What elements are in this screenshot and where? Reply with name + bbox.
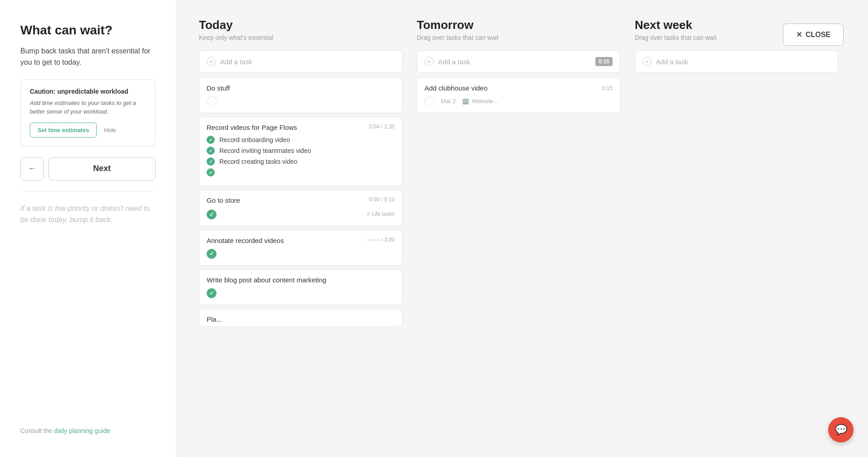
subtask-item: Record inviting teammates video bbox=[207, 147, 395, 155]
task-checkbox[interactable] bbox=[207, 96, 217, 106]
task-time: 0:04 / 1:30 bbox=[369, 124, 395, 130]
task-name: Annotate recorded videos bbox=[207, 237, 284, 244]
left-panel: What can wait? Bump back tasks that aren… bbox=[0, 0, 176, 457]
plus-icon: + bbox=[207, 57, 216, 66]
chat-button[interactable]: 💬 bbox=[828, 417, 854, 443]
column-today: Today Keep only what's essential + Add a… bbox=[199, 18, 410, 448]
task-card: Record videos for Page Flows 0:04 / 1:30… bbox=[199, 117, 402, 186]
columns-area: Today Keep only what's essential + Add a… bbox=[176, 0, 868, 457]
main-title: What can wait? bbox=[20, 23, 156, 38]
task-header: Annotate recorded videos —:— / 3:00 bbox=[207, 237, 395, 244]
plus-icon: + bbox=[425, 57, 434, 66]
task-header: Do stuff bbox=[207, 84, 395, 92]
task-card: Pla... bbox=[199, 309, 402, 327]
task-project: 🏢 Website... bbox=[462, 98, 498, 105]
plus-icon: + bbox=[642, 57, 651, 66]
subtask-name: Record onboarding video bbox=[219, 136, 290, 143]
add-task-label: Add a task bbox=[438, 58, 470, 66]
hint-text: If a task is low-priority or doesn't nee… bbox=[20, 203, 156, 226]
tomorrow-task-header: Add clubhouse video 0:15 bbox=[425, 84, 613, 92]
add-task-label: Add a task bbox=[220, 58, 252, 66]
subtask-name: Record inviting teammates video bbox=[219, 147, 311, 154]
today-add-task[interactable]: + Add a task bbox=[199, 50, 402, 73]
time-badge: 0:15 bbox=[595, 57, 613, 66]
tomorrow-title: Tomorrow bbox=[417, 18, 620, 32]
task-name: Go to store bbox=[207, 196, 240, 204]
task-card: Do stuff bbox=[199, 77, 402, 113]
task-name: Do stuff bbox=[207, 84, 230, 92]
task-checkbox[interactable] bbox=[207, 249, 217, 259]
next-week-tasks-list bbox=[635, 77, 838, 448]
task-name: Write blog post about content marketing bbox=[207, 276, 326, 284]
tomorrow-task-card: Add clubhouse video 0:15 Mar 2 🏢 Website… bbox=[417, 77, 620, 113]
right-panel: ✕ CLOSE Today Keep only what's essential… bbox=[176, 0, 868, 457]
task-name: Pla... bbox=[207, 315, 222, 323]
tomorrow-add-task[interactable]: + Add a task 0:15 bbox=[417, 50, 620, 73]
add-task-label: Add a task bbox=[656, 58, 688, 66]
task-tag: # Life tasks bbox=[367, 211, 395, 217]
close-x-icon: ✕ bbox=[796, 30, 802, 39]
close-button[interactable]: ✕ CLOSE bbox=[783, 24, 844, 46]
caution-actions: Set time estimates Hide bbox=[30, 123, 146, 138]
subtask-check bbox=[207, 168, 215, 176]
tomorrow-tasks-list: Add clubhouse video 0:15 Mar 2 🏢 Website… bbox=[417, 77, 620, 448]
task-time: —:— / 3:00 bbox=[367, 237, 395, 243]
task-header: Pla... bbox=[207, 315, 395, 323]
task-name: Add clubhouse video bbox=[425, 84, 487, 92]
task-header: Record videos for Page Flows 0:04 / 1:30 bbox=[207, 124, 395, 131]
task-card: Write blog post about content marketing bbox=[199, 269, 402, 305]
next-week-add-task[interactable]: + Add a task bbox=[635, 50, 838, 73]
task-checkbox[interactable] bbox=[425, 96, 434, 106]
consult-text: Consult the daily planning guide bbox=[20, 427, 156, 434]
subtask-check bbox=[207, 147, 215, 155]
task-card: Annotate recorded videos —:— / 3:00 bbox=[199, 230, 402, 266]
building-icon: 🏢 bbox=[462, 98, 469, 105]
tomorrow-header: Tomorrow Drag over tasks that can wait bbox=[417, 18, 620, 41]
task-card: Go to store 0:00 / 0:10 # Life tasks bbox=[199, 190, 402, 226]
next-button[interactable]: Next bbox=[48, 157, 156, 181]
daily-planning-guide-link[interactable]: daily planning guide bbox=[54, 427, 110, 434]
subtask-check bbox=[207, 136, 215, 144]
caution-text: Add time estimates to your tasks to get … bbox=[30, 99, 146, 116]
task-date: Mar 2 bbox=[441, 98, 456, 105]
task-time: 0:00 / 0:10 bbox=[369, 196, 395, 203]
today-header: Today Keep only what's essential bbox=[199, 18, 402, 41]
task-name: Record videos for Page Flows bbox=[207, 124, 297, 131]
nav-buttons: ← Next bbox=[20, 157, 156, 181]
divider bbox=[20, 191, 156, 192]
caution-title: Caution: unpredictable workload bbox=[30, 88, 146, 95]
task-time: 0:15 bbox=[602, 85, 613, 91]
subtask-item: Record onboarding video bbox=[207, 136, 395, 144]
hide-button[interactable]: Hide bbox=[104, 127, 116, 133]
tomorrow-subtitle: Drag over tasks that can wait bbox=[417, 34, 620, 41]
task-header: Write blog post about content marketing bbox=[207, 276, 395, 284]
set-time-estimates-button[interactable]: Set time estimates bbox=[30, 123, 97, 138]
today-subtitle: Keep only what's essential bbox=[199, 34, 402, 41]
today-title: Today bbox=[199, 18, 402, 32]
chat-icon: 💬 bbox=[835, 424, 847, 436]
subtask-check bbox=[207, 157, 215, 166]
subtask-name: Record creating tasks video bbox=[219, 158, 297, 165]
back-button[interactable]: ← bbox=[20, 157, 44, 181]
task-checkbox[interactable] bbox=[207, 209, 217, 219]
task-checkbox[interactable] bbox=[207, 288, 217, 298]
back-arrow-icon: ← bbox=[28, 164, 36, 173]
caution-box: Caution: unpredictable workload Add time… bbox=[20, 79, 156, 146]
tag-label: Life tasks bbox=[372, 211, 395, 217]
main-description: Bump back tasks that aren't essential fo… bbox=[20, 45, 156, 68]
task-meta: Mar 2 🏢 Website... bbox=[425, 95, 613, 106]
task-header: Go to store 0:00 / 0:10 bbox=[207, 196, 395, 204]
subtask-item: Record creating tasks video bbox=[207, 157, 395, 166]
subtask-item bbox=[207, 168, 395, 176]
column-tomorrow: Tomorrow Drag over tasks that can wait +… bbox=[410, 18, 627, 448]
column-next-week: Next week Drag over tasks that can wait … bbox=[627, 18, 845, 448]
today-tasks-list: Do stuff Record videos for Page Flows 0:… bbox=[199, 77, 402, 448]
